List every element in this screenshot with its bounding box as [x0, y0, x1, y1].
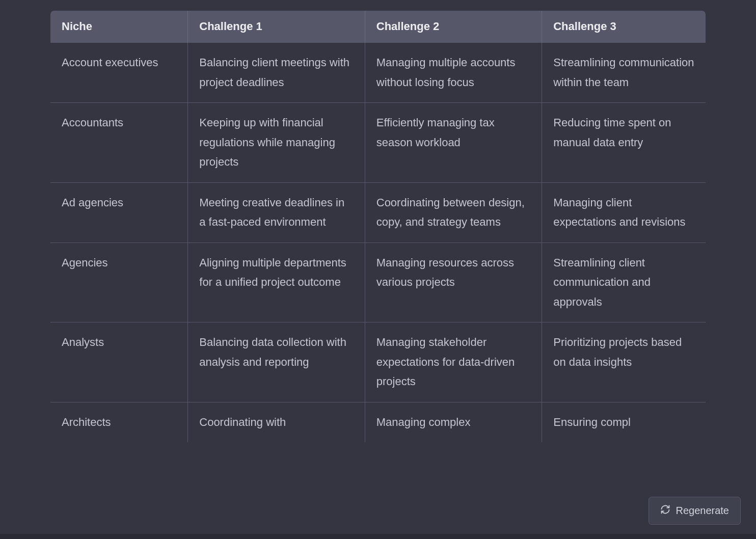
cell-niche: Ad agencies — [50, 182, 188, 242]
regenerate-button[interactable]: Regenerate — [649, 497, 741, 525]
cell-challenge-3: Prioritizing projects based on data insi… — [542, 322, 706, 402]
table-row: Agencies Aligning multiple departments f… — [50, 242, 706, 322]
cell-niche: Account executives — [50, 43, 188, 103]
header-niche: Niche — [50, 11, 188, 43]
cell-niche: Accountants — [50, 103, 188, 183]
table-row: Accountants Keeping up with financial re… — [50, 103, 706, 183]
cell-challenge-1: Balancing client meetings with project d… — [188, 43, 365, 103]
cell-niche: Agencies — [50, 242, 188, 322]
cell-challenge-2: Coordinating between design, copy, and s… — [365, 182, 542, 242]
cell-challenge-3: Ensuring compl — [542, 402, 706, 443]
cell-challenge-1: Coordinating with — [188, 402, 365, 443]
cell-challenge-1: Balancing data collection with analysis … — [188, 322, 365, 402]
cell-challenge-3: Reducing time spent on manual data entry — [542, 103, 706, 183]
challenges-table: Niche Challenge 1 Challenge 2 Challenge … — [50, 10, 706, 443]
cell-challenge-2: Efficiently managing tax season workload — [365, 103, 542, 183]
cell-challenge-2: Managing complex — [365, 402, 542, 443]
table-row: Account executives Balancing client meet… — [50, 43, 706, 103]
regenerate-icon — [660, 504, 670, 517]
header-challenge-3: Challenge 3 — [542, 11, 706, 43]
cell-challenge-1: Keeping up with financial regulations wh… — [188, 103, 365, 183]
table-container: Niche Challenge 1 Challenge 2 Challenge … — [0, 0, 756, 443]
regenerate-label: Regenerate — [676, 505, 729, 517]
table-header-row: Niche Challenge 1 Challenge 2 Challenge … — [50, 11, 706, 43]
bottom-fade-overlay — [0, 447, 756, 539]
table-row: Architects Coordinating with Managing co… — [50, 402, 706, 443]
header-challenge-2: Challenge 2 — [365, 11, 542, 43]
table-row: Ad agencies Meeting creative deadlines i… — [50, 182, 706, 242]
table-row: Analysts Balancing data collection with … — [50, 322, 706, 402]
cell-niche: Analysts — [50, 322, 188, 402]
cell-challenge-3: Managing client expectations and revisio… — [542, 182, 706, 242]
cell-challenge-2: Managing stakeholder expectations for da… — [365, 322, 542, 402]
cell-challenge-2: Managing multiple accounts without losin… — [365, 43, 542, 103]
cell-challenge-2: Managing resources across various projec… — [365, 242, 542, 322]
bottom-bar — [0, 534, 756, 539]
cell-niche: Architects — [50, 402, 188, 443]
cell-challenge-1: Meeting creative deadlines in a fast-pac… — [188, 182, 365, 242]
cell-challenge-3: Streamlining communication within the te… — [542, 43, 706, 103]
header-challenge-1: Challenge 1 — [188, 11, 365, 43]
cell-challenge-3: Streamlining client communication and ap… — [542, 242, 706, 322]
cell-challenge-1: Aligning multiple departments for a unif… — [188, 242, 365, 322]
